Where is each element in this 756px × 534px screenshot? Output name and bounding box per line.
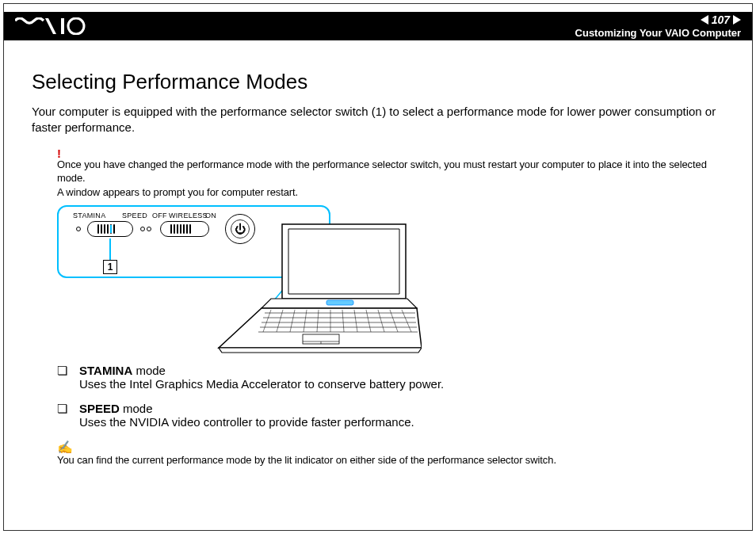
label-stamina: STAMINA [73, 212, 105, 219]
mode-name: STAMINA [79, 364, 132, 377]
diagram: STAMINA SPEED OFF WIRELESS ON ⏻ [57, 205, 437, 356]
page-number: 107 [712, 13, 730, 26]
vaio-logo [15, 12, 88, 40]
warning-block: ! Once you have changed the performance … [57, 147, 724, 200]
mode-list: STAMINA mode Uses the Intel Graphics Med… [57, 364, 724, 429]
led-indicator [140, 227, 145, 231]
svg-point-2 [68, 18, 84, 34]
svg-marker-0 [45, 18, 56, 34]
warning-line1: Once you have changed the performance mo… [57, 158, 707, 185]
svg-rect-1 [61, 18, 64, 34]
page-navigation: 107 Customizing Your VAIO Computer [575, 13, 741, 39]
performance-selector-switch [87, 221, 133, 237]
note-block: ✍ You can find the current performance m… [57, 440, 724, 466]
note-icon: ✍ [57, 440, 724, 455]
mode-description: Uses the NVIDIA video controller to prov… [79, 415, 724, 429]
wireless-switch [160, 221, 209, 237]
svg-marker-4 [288, 229, 399, 294]
next-page-arrow-icon[interactable] [733, 15, 741, 25]
intro-text: Your computer is equipped with the perfo… [32, 104, 724, 136]
led-indicator [76, 227, 81, 231]
label-speed: SPEED [122, 212, 147, 219]
mode-description: Uses the Intel Graphics Media Accelerato… [79, 377, 724, 391]
svg-rect-6 [326, 300, 353, 305]
section-title: Customizing Your VAIO Computer [575, 27, 741, 39]
mode-name: SPEED [79, 402, 120, 415]
warning-line2: A window appears to prompt you for compu… [57, 186, 298, 198]
callout-number: 1 [103, 260, 117, 274]
label-off: OFF [152, 212, 167, 219]
led-indicator [147, 227, 151, 231]
list-item: STAMINA mode Uses the Intel Graphics Med… [57, 364, 724, 391]
warning-icon: ! [57, 147, 724, 159]
mode-suffix: mode [132, 364, 166, 377]
mode-suffix: mode [120, 402, 153, 415]
header-bar: 107 Customizing Your VAIO Computer [4, 12, 752, 40]
prev-page-arrow-icon[interactable] [701, 15, 708, 25]
svg-marker-28 [219, 348, 422, 353]
label-wireless: WIRELESS [169, 212, 208, 219]
note-text: You can find the current performance mod… [57, 454, 556, 466]
list-item: SPEED mode Uses the NVIDIA video control… [57, 402, 724, 429]
page-title: Selecting Performance Modes [32, 70, 724, 94]
label-on: ON [205, 212, 216, 219]
laptop-illustration [216, 221, 422, 356]
content-area: Selecting Performance Modes Your compute… [32, 70, 724, 466]
